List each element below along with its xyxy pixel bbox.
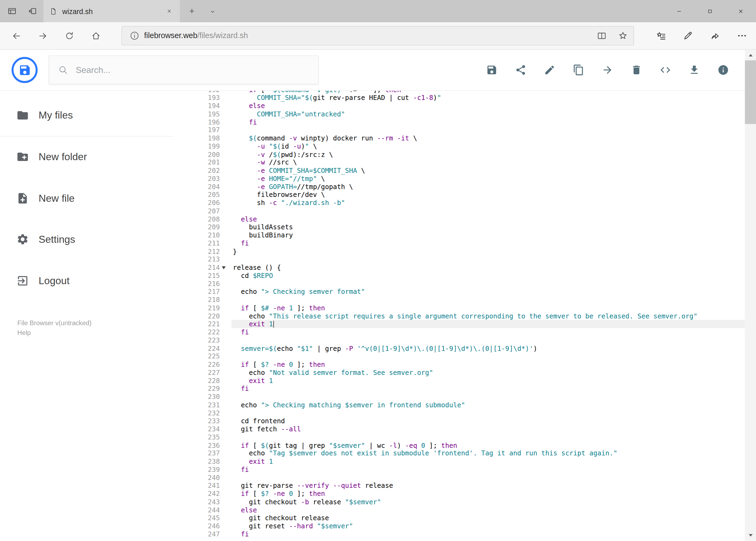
code-text[interactable]: cd $REPO	[231, 271, 745, 279]
page-scrollbar[interactable]	[745, 50, 756, 541]
code-text[interactable]: if [ "$(command -v git)" != "" ]; then	[231, 91, 745, 94]
code-line-194[interactable]: 194 else	[195, 102, 745, 110]
search-input[interactable]	[76, 65, 309, 75]
code-line-204[interactable]: 204 -e GOPATH=//tmp/gopath \	[195, 183, 745, 191]
code-text[interactable]	[231, 409, 745, 417]
scroll-up-button[interactable]	[745, 50, 756, 61]
share-button[interactable]	[515, 64, 527, 76]
code-text[interactable]: git rev-parse --verify --quiet release	[231, 482, 745, 490]
code-text[interactable]: exit 1	[231, 457, 745, 465]
code-line-234[interactable]: 234 git fetch --all	[195, 425, 745, 433]
code-text[interactable]: release () {	[231, 264, 745, 271]
back-icon[interactable]	[3, 22, 29, 49]
code-line-208[interactable]: 208 else	[195, 215, 745, 223]
filebrowser-logo[interactable]	[12, 57, 38, 83]
forward-icon[interactable]	[29, 22, 56, 49]
code-text[interactable]: cd frontend	[231, 417, 745, 425]
code-text[interactable]: COMMIT_SHA="$(git rev-parse HEAD | cut -…	[231, 94, 745, 102]
code-text[interactable]: if [ $? -ne 0 ]; then	[231, 360, 745, 368]
new-tab-button[interactable]	[186, 5, 198, 17]
code-line-214[interactable]: 214release () {	[195, 264, 745, 271]
delete-button[interactable]	[631, 64, 642, 76]
code-text[interactable]	[231, 296, 745, 304]
code-text[interactable]: -v /$(pwd):/src:z \	[231, 150, 745, 158]
code-text[interactable]: fi	[231, 118, 745, 126]
code-text[interactable]: -e HOME="//tmp" \	[231, 175, 745, 183]
code-line-246[interactable]: 246 git reset --hard "$semver"	[195, 522, 745, 530]
code-text[interactable]	[231, 336, 745, 344]
code-line-229[interactable]: 229 fi	[195, 385, 745, 393]
code-line-210[interactable]: 210 buildBinary	[195, 231, 745, 239]
edit-button[interactable]	[544, 64, 556, 76]
close-tab-icon[interactable]	[164, 6, 174, 16]
code-text[interactable]: $(command -v winpty) docker run --rm -it…	[231, 134, 745, 142]
code-line-195[interactable]: 195 COMMIT_SHA="untracked"	[195, 110, 745, 118]
sidebar-item-new-file[interactable]: New file	[0, 178, 195, 219]
code-line-197[interactable]: 197	[195, 126, 745, 134]
download-button[interactable]	[688, 64, 700, 76]
code-text[interactable]	[231, 255, 745, 264]
code-text[interactable]: fi	[231, 385, 745, 393]
code-line-206[interactable]: 206 sh -c "./wizard.sh -b"	[195, 199, 745, 207]
window-close-icon[interactable]	[725, 0, 756, 22]
reading-view-icon[interactable]	[596, 30, 608, 42]
tab-list-icon[interactable]	[4, 3, 20, 19]
code-line-209[interactable]: 209 buildAssets	[195, 223, 745, 231]
code-line-233[interactable]: 233 cd frontend	[195, 417, 745, 425]
web-notes-icon[interactable]	[674, 22, 701, 49]
code-line-201[interactable]: 201 -w //src \	[195, 158, 745, 166]
code-line-222[interactable]: 222 fi	[195, 328, 745, 336]
code-text[interactable]: echo "This release script requires a sin…	[231, 312, 745, 320]
scroll-down-button[interactable]	[745, 530, 756, 541]
code-text[interactable]: fi	[231, 465, 745, 473]
code-text[interactable]: echo "> Checking matching $semver in fro…	[231, 401, 745, 409]
code-line-207[interactable]: 207	[195, 207, 745, 215]
code-line-242[interactable]: 242 if [ $? -ne 0 ]; then	[195, 490, 745, 498]
code-line-196[interactable]: 196 fi	[195, 118, 745, 126]
code-line-205[interactable]: 205 filebrowser/dev \	[195, 191, 745, 199]
favorite-star-icon[interactable]	[617, 30, 629, 42]
code-line-238[interactable]: 238 exit 1	[195, 457, 745, 465]
code-text[interactable]: echo "> Checking semver format"	[231, 287, 745, 296]
page-info-icon[interactable]	[129, 31, 140, 41]
code-text[interactable]: filebrowser/dev \	[231, 191, 745, 199]
code-line-235[interactable]: 235	[195, 433, 745, 441]
refresh-icon[interactable]	[56, 22, 82, 49]
code-line-213[interactable]: 213	[195, 255, 745, 264]
code-text[interactable]: exit 1	[231, 320, 745, 328]
code-line-223[interactable]: 223	[195, 336, 745, 344]
code-line-247[interactable]: 247 fi	[195, 530, 745, 538]
code-text[interactable]: -e GOPATH=//tmp/gopath \	[231, 183, 745, 191]
code-text[interactable]	[231, 207, 745, 215]
code-text[interactable]: echo "Not valid semver format. See semve…	[231, 368, 745, 376]
code-line-220[interactable]: 220 echo "This release script requires a…	[195, 312, 745, 320]
code-line-227[interactable]: 227 echo "Not valid semver format. See s…	[195, 368, 745, 376]
tab-menu-icon[interactable]	[206, 5, 219, 18]
scrollbar-thumb[interactable]	[745, 60, 756, 124]
move-button[interactable]	[602, 64, 613, 76]
sidebar-item-my-files[interactable]: My files	[0, 95, 195, 136]
code-line-221[interactable]: 221 exit 1	[195, 320, 745, 328]
code-line-228[interactable]: 228 exit 1	[195, 376, 745, 385]
sidebar-item-settings[interactable]: Settings	[0, 219, 195, 260]
code-text[interactable]: git checkout -b release "$semver"	[231, 498, 745, 506]
code-line-240[interactable]: 240	[195, 473, 745, 482]
code-line-216[interactable]: 216	[195, 279, 745, 287]
code-line-244[interactable]: 244 else	[195, 506, 745, 514]
code-line-217[interactable]: 217 echo "> Checking semver format"	[195, 287, 745, 296]
code-line-224[interactable]: 224 semver=$(echo "$1" | grep -P '^v(0|[…	[195, 344, 745, 352]
search-box[interactable]	[49, 55, 319, 84]
info-button[interactable]	[717, 64, 729, 76]
save-button[interactable]	[486, 64, 498, 76]
fold-marker-icon[interactable]	[220, 264, 232, 271]
set-tabs-aside-icon[interactable]	[24, 3, 41, 19]
minimize-icon[interactable]	[663, 0, 694, 22]
browser-tab[interactable]: wizard.sh	[44, 0, 180, 22]
code-text[interactable]: if [ $# -ne 1 ]; then	[231, 304, 745, 312]
help-link[interactable]: Help	[17, 328, 92, 338]
code-text[interactable]: fi	[231, 328, 745, 336]
code-text[interactable]: buildBinary	[231, 231, 745, 239]
code-line-193[interactable]: 193 COMMIT_SHA="$(git rev-parse HEAD | c…	[195, 94, 745, 102]
code-line-202[interactable]: 202 -e COMMIT_SHA=$COMMIT_SHA \	[195, 166, 745, 175]
code-text[interactable]	[231, 393, 745, 401]
